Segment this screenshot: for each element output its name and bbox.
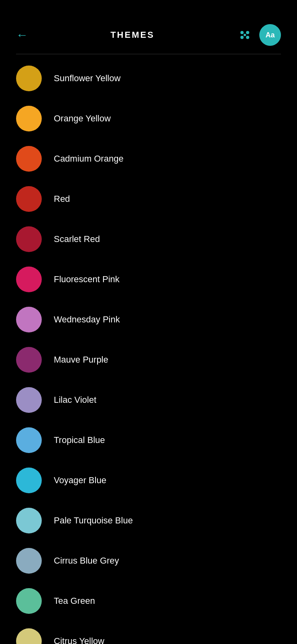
svg-point-3	[246, 36, 249, 39]
color-item[interactable]: Voyager Blue	[0, 460, 297, 500]
header-icons: Aa	[237, 24, 281, 46]
color-swatch	[16, 146, 42, 172]
color-name: Lilac Violet	[54, 395, 96, 405]
svg-point-2	[240, 36, 244, 39]
color-swatch	[16, 106, 42, 131]
svg-point-0	[240, 31, 244, 34]
color-name: Cadmium Orange	[54, 154, 124, 164]
color-item[interactable]: Mauve Purple	[0, 340, 297, 380]
svg-point-1	[246, 31, 249, 34]
color-name: Citrus Yellow	[54, 636, 104, 644]
color-swatch	[16, 186, 42, 212]
color-item[interactable]: Cirrus Blue Grey	[0, 541, 297, 581]
color-name: Tea Green	[54, 596, 95, 606]
back-button[interactable]: ←	[16, 28, 28, 42]
color-item[interactable]: Tea Green	[0, 581, 297, 621]
color-item[interactable]: Orange Yellow	[0, 98, 297, 139]
color-name: Wednesday Pink	[54, 314, 120, 325]
color-swatch	[16, 307, 42, 332]
color-name: Scarlet Red	[54, 234, 100, 244]
color-item[interactable]: Pale Turquoise Blue	[0, 500, 297, 541]
color-item[interactable]: Cadmium Orange	[0, 139, 297, 179]
color-item[interactable]: Scarlet Red	[0, 219, 297, 259]
color-item[interactable]: Lilac Violet	[0, 380, 297, 420]
color-swatch	[16, 226, 42, 252]
header: ← THEMES Aa	[0, 0, 297, 54]
color-swatch	[16, 347, 42, 373]
color-swatch	[16, 508, 42, 533]
color-item[interactable]: Sunflower Yellow	[0, 58, 297, 98]
avatar-button[interactable]: Aa	[259, 24, 281, 46]
color-swatch	[16, 267, 42, 292]
color-name: Sunflower Yellow	[54, 73, 120, 84]
color-list: Sunflower YellowOrange YellowCadmium Ora…	[0, 54, 297, 644]
color-item[interactable]: Fluorescent Pink	[0, 259, 297, 299]
color-swatch	[16, 387, 42, 413]
color-item[interactable]: Tropical Blue	[0, 420, 297, 460]
color-swatch	[16, 628, 42, 644]
color-name: Voyager Blue	[54, 475, 106, 486]
color-swatch	[16, 66, 42, 91]
color-name: Fluorescent Pink	[54, 274, 120, 285]
color-item[interactable]: Wednesday Pink	[0, 299, 297, 340]
color-item[interactable]: Citrus Yellow	[0, 621, 297, 644]
page-title: THEMES	[28, 30, 237, 40]
dots-icon[interactable]	[237, 27, 253, 43]
color-name: Mauve Purple	[54, 355, 108, 365]
color-name: Pale Turquoise Blue	[54, 515, 133, 526]
color-item[interactable]: Red	[0, 179, 297, 219]
color-name: Cirrus Blue Grey	[54, 556, 119, 566]
color-swatch	[16, 548, 42, 574]
color-name: Tropical Blue	[54, 435, 105, 445]
color-swatch	[16, 588, 42, 614]
svg-point-4	[244, 34, 246, 36]
color-swatch	[16, 468, 42, 493]
color-name: Red	[54, 194, 70, 204]
color-swatch	[16, 427, 42, 453]
color-name: Orange Yellow	[54, 113, 111, 124]
